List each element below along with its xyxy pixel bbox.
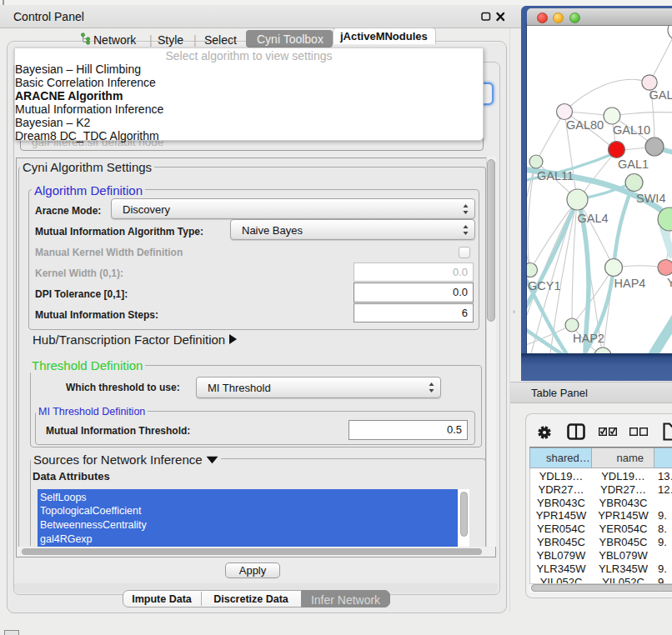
svg-text:SWI4: SWI4 xyxy=(636,192,665,205)
svg-text:GAL1: GAL1 xyxy=(618,158,649,171)
svg-text:GAL80: GAL80 xyxy=(566,118,604,132)
svg-text:GAL4: GAL4 xyxy=(578,212,609,225)
svg-text:GAL10: GAL10 xyxy=(613,123,650,137)
svg-text:GCY1: GCY1 xyxy=(528,279,561,292)
svg-text:HAP4: HAP4 xyxy=(614,277,646,290)
svg-text:Y: Y xyxy=(667,276,672,289)
svg-text:GAL11: GAL11 xyxy=(537,169,574,182)
svg-text:HAP2: HAP2 xyxy=(573,332,604,345)
svg-text:GAL: GAL xyxy=(649,88,672,102)
